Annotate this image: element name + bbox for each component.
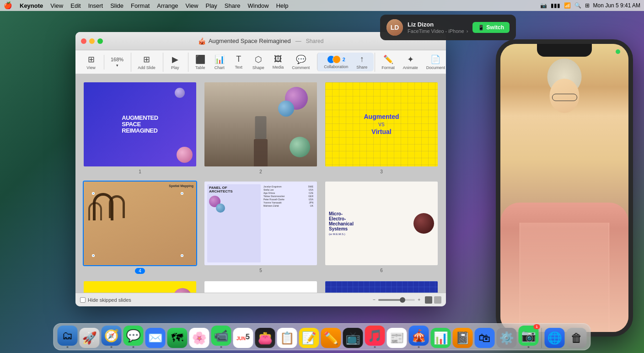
dock-music[interactable]: 🎵 — [365, 326, 385, 348]
slide-1[interactable]: AUGMENTEDSPACEREIMAGINED 1 — [83, 81, 197, 174]
app-name[interactable]: Keynote — [16, 2, 47, 9]
view-button[interactable]: ⊞ View — [82, 53, 100, 72]
caller-name: Liz Dizon — [408, 21, 468, 28]
dock-worldclock[interactable]: 🌐 — [545, 328, 565, 348]
hide-skipped-checkbox[interactable] — [80, 297, 86, 303]
dock-mail[interactable]: ✉️ — [145, 328, 166, 348]
dock-reminders[interactable]: 📋 — [277, 328, 297, 348]
dock-calendar[interactable]: JUN 5 — [233, 328, 253, 348]
share-icon: ↑ — [360, 54, 364, 64]
dock-pages[interactable]: 📓 — [453, 328, 473, 348]
table-button[interactable]: ⬛ Table — [191, 53, 209, 72]
dock-tv[interactable]: 📺 — [343, 328, 363, 348]
list-view-button[interactable] — [434, 296, 441, 304]
dock-facetime[interactable]: 📹 — [211, 326, 231, 348]
toolbar-group-view: ⊞ View — [79, 53, 103, 72]
format-button[interactable]: ✏️ Format — [378, 53, 398, 72]
dock-facetime2[interactable]: 📷 1 — [519, 326, 539, 348]
menu-help[interactable]: Help — [273, 2, 292, 9]
menu-arrange[interactable]: Arrange — [153, 2, 182, 9]
dock-maps[interactable]: 🗺 — [167, 328, 188, 348]
maximize-button[interactable] — [97, 38, 103, 44]
slide-8[interactable]: Layers of Augmentation PHYSICALAUGM — [204, 280, 318, 293]
dock-finder[interactable]: 🗂 — [58, 326, 78, 348]
slide-9[interactable]: PHYSICALAUGMENTEDVIRTUAL 9 — [324, 280, 439, 293]
hide-skipped-slides[interactable]: Hide skipped slides — [80, 297, 131, 303]
news-icon: 📰 — [387, 328, 407, 348]
collab-avatar-2 — [333, 55, 341, 64]
menu-play[interactable]: Play — [202, 2, 220, 9]
dock-notes[interactable]: 📝 — [299, 328, 319, 348]
calendar-icon: JUN 5 — [233, 328, 253, 348]
minimize-button[interactable] — [89, 38, 95, 44]
dock-trash[interactable]: 🗑 — [567, 328, 587, 348]
view-mode-buttons — [425, 296, 441, 304]
shape-button[interactable]: ⬡ Shape — [249, 53, 268, 72]
menu-window[interactable]: Window — [244, 2, 272, 9]
add-slide-button[interactable]: ⊞ Add Slide — [134, 53, 159, 72]
zoom-minus-icon[interactable]: − — [373, 297, 376, 302]
search-icon[interactable]: 🔍 — [574, 2, 581, 9]
zoom-button[interactable]: 168% ▾ — [107, 55, 127, 70]
menu-file[interactable]: View — [47, 2, 67, 9]
dock-messages[interactable]: 💬 — [123, 326, 144, 348]
animate-button[interactable]: ✦ Animate — [399, 53, 422, 72]
window-controls — [81, 38, 103, 44]
dock: 🗂 🚀 🧭 💬 ✉️ 🗺 🌸 📹 JUN 5 👛 📋 📝 ✏️ — [54, 323, 591, 350]
dock-sysprefs[interactable]: ⚙️ — [497, 328, 517, 348]
switch-button[interactable]: Switch — [472, 22, 510, 33]
dock-appstore[interactable]: 🛍 — [475, 328, 495, 348]
chart-button[interactable]: 📊 Chart — [210, 53, 229, 72]
menu-insert[interactable]: Insert — [85, 2, 107, 9]
menu-share[interactable]: Share — [221, 2, 244, 9]
music-dot — [374, 346, 376, 348]
dock-freeform[interactable]: ✏️ — [321, 328, 341, 348]
apple-menu[interactable]: 🍎 — [4, 1, 12, 10]
zoom-track[interactable] — [378, 299, 415, 301]
phone-frame — [496, 39, 633, 337]
dock-wallet[interactable]: 👛 — [255, 328, 275, 348]
launchpad-icon: 🚀 — [80, 328, 100, 348]
slide-4[interactable]: Spatial Mapping 4 — [83, 181, 197, 274]
play-button[interactable]: ▶ Play — [166, 53, 184, 72]
collaboration-button[interactable]: 2 Collaboration — [320, 53, 352, 71]
avatar-image: LD — [386, 19, 403, 36]
zoom-fill — [378, 299, 400, 301]
zoom-slider[interactable]: − + — [373, 297, 420, 302]
phone-notch — [537, 44, 592, 57]
dock-safari[interactable]: 🧭 — [102, 326, 122, 348]
dock-photos[interactable]: 🌸 — [189, 328, 209, 348]
grid-view-button[interactable] — [425, 296, 432, 304]
control-center-icon[interactable]: ⊞ — [585, 2, 590, 9]
document-button[interactable]: 📄 Document — [423, 53, 446, 72]
menu-slide[interactable]: Slide — [107, 2, 127, 9]
slide-6[interactable]: Micro-Electro-MechanicalSystems (or M.E.… — [324, 181, 439, 274]
dock-news[interactable]: 📰 — [387, 328, 407, 348]
text-button[interactable]: T Text — [230, 53, 248, 71]
keynote-window: 🎪 Augmented Space Reimagined — Shared ⊞ … — [75, 32, 446, 306]
slide-2[interactable]: 2 — [204, 81, 318, 174]
menu-format[interactable]: Format — [127, 2, 153, 9]
dock-keynote[interactable]: 🎪 — [409, 326, 429, 348]
dock-numbers[interactable]: 📊 — [431, 328, 451, 348]
slide-7[interactable]: AUGO 7 — [83, 280, 197, 293]
comment-button[interactable]: 💬 Comment — [288, 53, 313, 72]
toolbar-group-collaboration: 2 Collaboration ↑ Share — [317, 53, 374, 71]
play-icon: ▶ — [172, 54, 178, 64]
zoom-plus-icon[interactable]: + — [418, 297, 420, 302]
menu-view[interactable]: View — [182, 2, 202, 9]
menu-edit[interactable]: Edit — [67, 2, 84, 9]
media-button[interactable]: 🖼 Media — [269, 53, 288, 71]
share-button[interactable]: ↑ Share — [353, 53, 371, 71]
dock-launchpad[interactable]: 🚀 — [80, 328, 100, 348]
camera-icon[interactable]: 📷 — [540, 2, 547, 9]
facetime-icon: 📹 — [211, 326, 231, 346]
numbers-icon: 📊 — [431, 328, 451, 348]
slide-5[interactable]: PANEL OFARCHITECTS Jocelyn EngstromSWE S… — [204, 181, 318, 274]
wifi-icon[interactable]: 📶 — [564, 2, 571, 9]
slide-3[interactable]: Augmented VS Virtual 3 — [324, 81, 439, 174]
text-icon: T — [236, 54, 241, 64]
mail-icon: ✉️ — [145, 328, 166, 348]
close-button[interactable] — [81, 38, 86, 44]
zoom-thumb[interactable] — [400, 297, 405, 303]
